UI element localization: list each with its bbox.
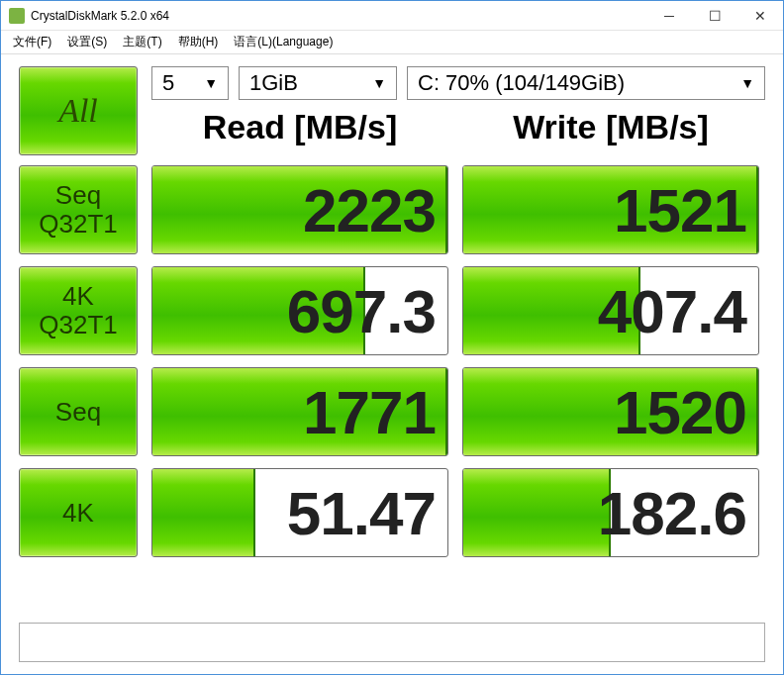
seq-label: Seq xyxy=(55,398,101,427)
close-button[interactable]: ✕ xyxy=(737,1,783,31)
4k-read-value: 51.47 xyxy=(287,478,436,548)
seq-q32t1-read: 2223 xyxy=(151,165,448,254)
menubar: 文件(F) 设置(S) 主题(T) 帮助(H) 语言(L)(Language) xyxy=(1,31,783,54)
window-title: CrystalDiskMark 5.2.0 x64 xyxy=(31,9,646,23)
seq-write: 1520 xyxy=(462,367,759,456)
4k-q32t1-write: 407.4 xyxy=(462,266,759,355)
4k-q32t1-button[interactable]: 4K Q32T1 xyxy=(19,266,138,355)
run-all-button[interactable]: All xyxy=(19,66,138,155)
4k-write: 182.6 xyxy=(462,468,759,557)
seq-q32t1-label2: Q32T1 xyxy=(39,209,118,239)
4k-read: 51.47 xyxy=(151,468,448,557)
4k-q32t1-read-value: 697.3 xyxy=(287,276,436,346)
menu-theme[interactable]: 主题(T) xyxy=(115,34,169,50)
4k-button[interactable]: 4K xyxy=(19,468,138,557)
write-header: Write [MB/s] xyxy=(462,108,759,146)
4k-q32t1-read: 697.3 xyxy=(151,266,448,355)
read-header: Read [MB/s] xyxy=(151,108,448,146)
run-all-label: All xyxy=(58,92,98,129)
menu-help[interactable]: 帮助(H) xyxy=(170,34,227,50)
menu-file[interactable]: 文件(F) xyxy=(5,34,59,50)
chevron-down-icon: ▼ xyxy=(740,75,754,91)
menu-settings[interactable]: 设置(S) xyxy=(59,34,115,50)
seq-q32t1-label1: Seq xyxy=(55,180,101,210)
size-value: 1GiB xyxy=(249,70,298,96)
runs-select[interactable]: 5 ▼ xyxy=(151,66,229,100)
app-icon xyxy=(9,8,25,24)
app-window: CrystalDiskMark 5.2.0 x64 ─ ☐ ✕ 文件(F) 设置… xyxy=(0,0,784,675)
seq-q32t1-write-value: 1521 xyxy=(614,175,746,245)
4k-q32t1-label2: Q32T1 xyxy=(39,310,118,339)
seq-q32t1-button[interactable]: Seq Q32T1 xyxy=(19,165,138,254)
seq-q32t1-write: 1521 xyxy=(462,165,759,254)
seq-read: 1771 xyxy=(151,367,448,456)
chevron-down-icon: ▼ xyxy=(372,75,386,91)
drive-select[interactable]: C: 70% (104/149GiB) ▼ xyxy=(407,66,765,100)
runs-value: 5 xyxy=(162,70,174,96)
4k-label: 4K xyxy=(62,499,94,528)
content-area: All 5 ▼ 1GiB ▼ C: 70% (104/149GiB) ▼ xyxy=(1,54,783,623)
4k-write-value: 182.6 xyxy=(598,478,746,548)
4k-q32t1-label1: 4K xyxy=(62,281,94,311)
seq-q32t1-read-value: 2223 xyxy=(303,175,436,245)
seq-write-value: 1520 xyxy=(614,377,746,447)
statusbar xyxy=(19,623,765,662)
menu-language[interactable]: 语言(L)(Language) xyxy=(226,34,341,50)
minimize-button[interactable]: ─ xyxy=(646,1,692,31)
size-select[interactable]: 1GiB ▼ xyxy=(239,66,397,100)
drive-value: C: 70% (104/149GiB) xyxy=(418,70,625,96)
maximize-button[interactable]: ☐ xyxy=(692,1,737,31)
seq-button[interactable]: Seq xyxy=(19,367,138,456)
chevron-down-icon: ▼ xyxy=(204,75,218,91)
seq-read-value: 1771 xyxy=(303,377,436,447)
4k-q32t1-write-value: 407.4 xyxy=(598,276,746,346)
titlebar: CrystalDiskMark 5.2.0 x64 ─ ☐ ✕ xyxy=(1,1,783,31)
